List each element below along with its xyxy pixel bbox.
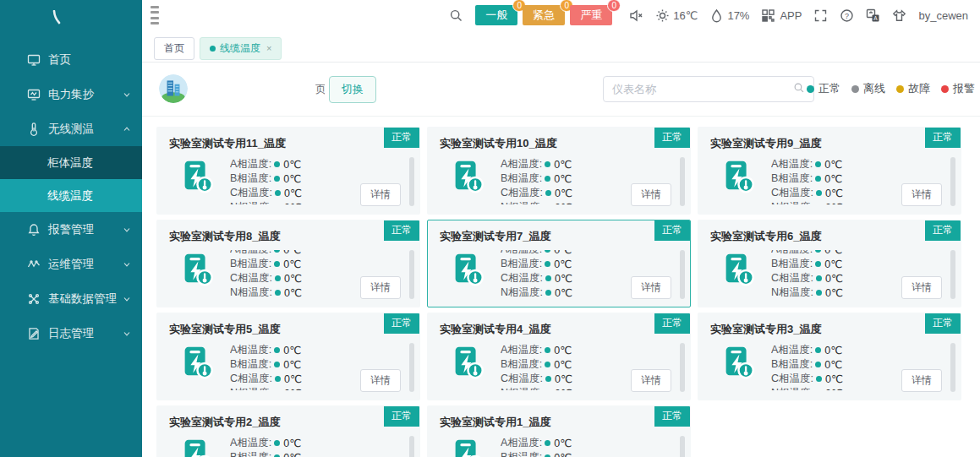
phase-temperature-line: A相温度:0℃ (501, 436, 572, 450)
search-icon[interactable] (449, 8, 463, 23)
alert-button-2[interactable]: 严重0 (570, 5, 612, 25)
translate-icon[interactable]: A (866, 8, 880, 23)
phase-label: B相温度: (230, 450, 271, 457)
device-thermometer-icon (178, 250, 216, 289)
device-card[interactable]: 实验室测试专用9_温度正常A相温度:0℃B相温度:0℃C相温度:0℃N相温度:0… (698, 127, 961, 215)
app-qr-button[interactable]: APP (761, 8, 802, 23)
username-label[interactable]: by_cewen (918, 9, 968, 22)
card-scrollbar[interactable] (950, 250, 955, 299)
detail-button[interactable]: 详情 (901, 276, 942, 299)
phase-status-dot (274, 261, 280, 267)
input-search-icon[interactable] (793, 82, 805, 97)
phase-value: 0℃ (825, 272, 843, 285)
tab-label: 线缆温度 (220, 41, 260, 56)
tab-0[interactable]: 首页 (154, 37, 194, 60)
legend-label: 离线 (863, 81, 885, 96)
phase-value: 0℃ (284, 373, 302, 385)
detail-button[interactable]: 详情 (360, 369, 401, 392)
sidebar-item-3[interactable]: 报警管理 (0, 212, 142, 247)
card-scrollbar[interactable] (950, 157, 955, 206)
device-card[interactable]: 实验室测试专用4_温度正常A相温度:0℃B相温度:0℃C相温度:0℃N相温度:0… (427, 313, 691, 400)
device-card[interactable]: 实验室测试专用8_温度正常A相温度:0℃B相温度:0℃C相温度:0℃N相温度:0… (156, 220, 420, 307)
phase-lines-viewport[interactable]: A相温度:0℃B相温度:0℃C相温度:0℃N相温度:0℃ (230, 250, 302, 297)
phase-value: 0℃ (824, 158, 842, 171)
legend-item-2: 故障 (896, 81, 930, 96)
phase-lines-viewport[interactable]: A相温度:0℃B相温度:0℃C相温度:0℃N相温度:0℃ (230, 157, 302, 204)
sidebar-subitem-2-1[interactable]: 线缆温度 (0, 179, 142, 212)
device-card[interactable]: 实验室测试专用11_温度正常A相温度:0℃B相温度:0℃C相温度:0℃N相温度:… (156, 127, 420, 215)
status-badge: 正常 (384, 313, 419, 334)
device-card[interactable]: 实验室测试专用2_温度正常A相温度:0℃B相温度:0℃C相温度:0℃N相温度:0… (156, 405, 420, 457)
card-scrollbar[interactable] (680, 436, 685, 457)
phase-value: 0℃ (824, 172, 842, 185)
tab-label: 首页 (164, 41, 184, 56)
fullscreen-icon[interactable] (813, 8, 828, 23)
phase-value: 0℃ (825, 387, 843, 390)
device-card[interactable]: 实验室测试专用10_温度正常A相温度:0℃B相温度:0℃C相温度:0℃N相温度:… (427, 127, 691, 215)
phase-value: 0℃ (284, 187, 302, 199)
detail-button[interactable]: 详情 (360, 276, 401, 299)
svg-text:?: ? (845, 11, 849, 19)
detail-button[interactable]: 详情 (631, 369, 671, 392)
phase-label: C相温度: (230, 186, 272, 200)
detail-button[interactable]: 详情 (901, 183, 942, 206)
phase-lines-viewport[interactable]: A相温度:0℃B相温度:0℃C相温度:0℃N相温度:0℃ (501, 436, 572, 457)
device-name: 实验室测试专用1_温度 (440, 415, 678, 430)
sidebar-item-4[interactable]: 运维管理 (0, 247, 142, 281)
status-badge: 正常 (925, 128, 961, 148)
card-scrollbar[interactable] (680, 343, 685, 392)
sidebar-item-5[interactable]: 基础数据管理 (0, 281, 142, 316)
meter-search-input[interactable] (612, 83, 793, 95)
device-card[interactable]: 实验室测试专用6_温度正常A相温度:0℃B相温度:0℃C相温度:0℃N相温度:0… (698, 220, 961, 307)
card-scrollbar[interactable] (680, 157, 685, 206)
switch-station-button[interactable]: 切换 (329, 76, 376, 103)
phase-value: 0℃ (824, 250, 842, 256)
phase-lines-viewport[interactable]: A相温度:0℃B相温度:0℃C相温度:0℃N相温度:0℃ (501, 157, 572, 204)
tab-1[interactable]: 线缆温度× (200, 37, 282, 60)
detail-button[interactable]: 详情 (631, 276, 671, 299)
sidebar-subitem-2-0[interactable]: 柜体温度 (0, 146, 142, 179)
device-card[interactable]: 实验室测试专用7_温度正常A相温度:0℃B相温度:0℃C相温度:0℃N相温度:0… (427, 220, 691, 307)
sidebar-item-6[interactable]: 日志管理 (0, 316, 142, 351)
phase-label: C相温度: (230, 372, 272, 386)
phase-value: 0℃ (824, 344, 842, 356)
phase-lines-viewport[interactable]: A相温度:0℃B相温度:0℃C相温度:0℃N相温度:0℃ (501, 343, 572, 390)
detail-button[interactable]: 详情 (631, 183, 671, 206)
phase-label: N相温度: (501, 200, 543, 204)
sidebar-item-2[interactable]: 无线测温 (0, 112, 142, 146)
mute-speaker-icon[interactable] (629, 8, 643, 23)
phase-lines-viewport[interactable]: A相温度:0℃B相温度:0℃C相温度:0℃N相温度:0℃ (230, 343, 302, 390)
phase-value: 0℃ (825, 373, 843, 385)
card-scrollbar[interactable] (950, 343, 955, 392)
alert-button-1[interactable]: 紧急0 (523, 5, 565, 25)
phase-status-dot (275, 190, 281, 196)
card-scrollbar[interactable] (409, 250, 414, 299)
help-icon[interactable]: ? (840, 8, 854, 23)
phase-lines-viewport[interactable]: A相温度:0℃B相温度:0℃C相温度:0℃N相温度:0℃ (771, 250, 843, 297)
card-scrollbar[interactable] (409, 436, 414, 457)
sidebar-item-label: 运维管理 (48, 257, 94, 272)
card-scrollbar[interactable] (409, 343, 414, 392)
tab-bar: 首页线缆温度× (142, 30, 980, 63)
tab-close-icon[interactable]: × (266, 44, 271, 53)
card-scrollbar[interactable] (409, 157, 414, 206)
device-card[interactable]: 实验室测试专用5_温度正常A相温度:0℃B相温度:0℃C相温度:0℃N相温度:0… (156, 313, 420, 400)
station-avatar[interactable] (159, 74, 188, 103)
card-scrollbar[interactable] (680, 250, 685, 299)
phase-lines-viewport[interactable]: A相温度:0℃B相温度:0℃C相温度:0℃N相温度:0℃ (771, 157, 843, 204)
phase-lines-viewport[interactable]: A相温度:0℃B相温度:0℃C相温度:0℃N相温度:0℃ (771, 343, 843, 390)
phase-lines-viewport[interactable]: A相温度:0℃B相温度:0℃C相温度:0℃N相温度:0℃ (501, 250, 572, 297)
detail-button[interactable]: 详情 (360, 183, 401, 206)
device-card[interactable]: 实验室测试专用3_温度正常A相温度:0℃B相温度:0℃C相温度:0℃N相温度:0… (698, 313, 961, 400)
theme-shirt-icon[interactable] (892, 8, 906, 23)
phase-temperature-line: C相温度:0℃ (230, 271, 302, 286)
device-card[interactable]: 实验室测试专用1_温度正常A相温度:0℃B相温度:0℃C相温度:0℃N相温度:0… (427, 405, 691, 457)
phase-temperature-line: B相温度:0℃ (771, 171, 843, 186)
detail-button[interactable]: 详情 (901, 369, 942, 392)
sidebar-item-0[interactable]: 首页 (0, 42, 142, 77)
alert-button-0[interactable]: 一般0 (475, 5, 517, 25)
chevron-down-icon (122, 329, 132, 339)
sidebar-item-1[interactable]: 电力集抄 (0, 77, 142, 112)
phase-lines-viewport[interactable]: A相温度:0℃B相温度:0℃C相温度:0℃N相温度:0℃ (230, 436, 302, 457)
collapse-menu-icon[interactable] (151, 6, 161, 24)
